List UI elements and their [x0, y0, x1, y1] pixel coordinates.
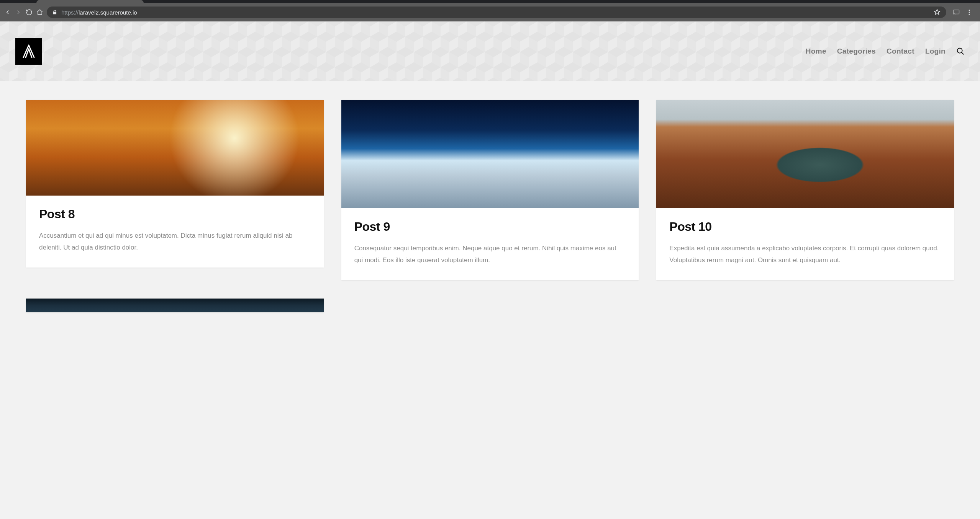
svg-point-1 [969, 10, 970, 11]
url-text: https://laravel2.squareroute.io [61, 9, 137, 16]
post-card[interactable]: Post 9 Consequatur sequi temporibus enim… [341, 100, 639, 280]
post-title: Post 10 [669, 220, 941, 234]
star-icon[interactable] [933, 8, 941, 16]
post-image [26, 100, 324, 196]
url-host: laravel2.squareroute.io [79, 9, 137, 16]
address-bar[interactable]: https://laravel2.squareroute.io [47, 7, 946, 18]
post-grid: Post 8 Accusantium et qui ad qui minus e… [26, 100, 954, 312]
svg-point-2 [969, 12, 970, 13]
post-excerpt: Consequatur sequi temporibus enim. Neque… [354, 242, 626, 266]
post-card[interactable]: Post 10 Expedita est quia assumenda a ex… [656, 100, 954, 280]
search-icon[interactable] [956, 47, 965, 55]
post-image [26, 299, 324, 312]
post-image [341, 100, 639, 208]
back-icon[interactable] [4, 8, 11, 16]
nav-contact[interactable]: Contact [887, 47, 914, 55]
post-image [656, 100, 954, 208]
post-excerpt: Accusantium et qui ad qui minus est volu… [39, 230, 311, 254]
post-card[interactable]: Post 8 Accusantium et qui ad qui minus e… [26, 100, 324, 268]
menu-icon[interactable] [965, 8, 973, 16]
svg-point-3 [969, 14, 970, 15]
site-header: Home Categories Contact Login [0, 21, 980, 81]
reload-icon[interactable] [25, 8, 33, 16]
url-scheme: https:// [61, 9, 79, 16]
lock-icon [52, 10, 57, 15]
nav-categories[interactable]: Categories [837, 47, 876, 55]
active-tab[interactable] [36, 0, 144, 3]
site-logo[interactable] [15, 38, 42, 65]
page-content: Post 8 Accusantium et qui ad qui minus e… [0, 81, 980, 331]
forward-icon [15, 8, 22, 16]
home-icon[interactable] [36, 8, 44, 16]
tab-strip [0, 0, 980, 3]
post-card[interactable] [26, 299, 324, 312]
post-excerpt: Expedita est quia assumenda a explicabo … [669, 242, 941, 266]
svg-rect-0 [954, 10, 959, 14]
primary-nav: Home Categories Contact Login [806, 47, 965, 55]
post-title: Post 9 [354, 220, 626, 234]
nav-home[interactable]: Home [806, 47, 826, 55]
nav-login[interactable]: Login [925, 47, 946, 55]
browser-toolbar: https://laravel2.squareroute.io [0, 3, 980, 21]
cast-icon[interactable] [952, 8, 960, 16]
post-title: Post 8 [39, 207, 311, 221]
